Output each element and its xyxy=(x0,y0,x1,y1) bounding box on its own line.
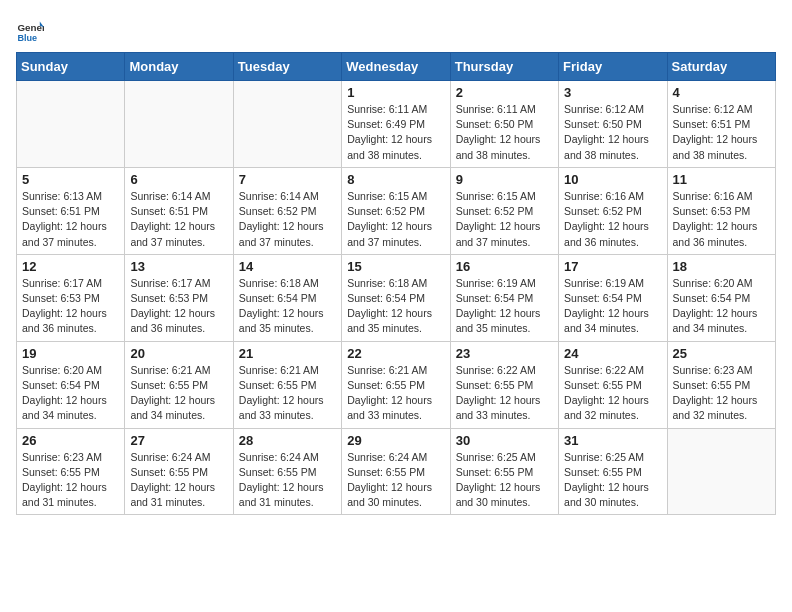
day-info: Sunrise: 6:19 AM Sunset: 6:54 PM Dayligh… xyxy=(564,276,661,337)
calendar-cell: 15Sunrise: 6:18 AM Sunset: 6:54 PM Dayli… xyxy=(342,254,450,341)
day-number: 21 xyxy=(239,346,336,361)
day-info: Sunrise: 6:11 AM Sunset: 6:50 PM Dayligh… xyxy=(456,102,553,163)
calendar-cell: 25Sunrise: 6:23 AM Sunset: 6:55 PM Dayli… xyxy=(667,341,775,428)
day-info: Sunrise: 6:24 AM Sunset: 6:55 PM Dayligh… xyxy=(347,450,444,511)
day-info: Sunrise: 6:18 AM Sunset: 6:54 PM Dayligh… xyxy=(239,276,336,337)
day-number: 14 xyxy=(239,259,336,274)
calendar-cell xyxy=(233,81,341,168)
calendar-week-5: 26Sunrise: 6:23 AM Sunset: 6:55 PM Dayli… xyxy=(17,428,776,515)
day-info: Sunrise: 6:14 AM Sunset: 6:52 PM Dayligh… xyxy=(239,189,336,250)
weekday-tuesday: Tuesday xyxy=(233,53,341,81)
logo: General Blue xyxy=(16,16,44,44)
day-info: Sunrise: 6:25 AM Sunset: 6:55 PM Dayligh… xyxy=(456,450,553,511)
calendar-cell: 5Sunrise: 6:13 AM Sunset: 6:51 PM Daylig… xyxy=(17,167,125,254)
calendar-cell xyxy=(17,81,125,168)
calendar-cell: 18Sunrise: 6:20 AM Sunset: 6:54 PM Dayli… xyxy=(667,254,775,341)
calendar-cell: 27Sunrise: 6:24 AM Sunset: 6:55 PM Dayli… xyxy=(125,428,233,515)
weekday-sunday: Sunday xyxy=(17,53,125,81)
calendar-cell: 26Sunrise: 6:23 AM Sunset: 6:55 PM Dayli… xyxy=(17,428,125,515)
day-number: 12 xyxy=(22,259,119,274)
day-number: 31 xyxy=(564,433,661,448)
day-info: Sunrise: 6:21 AM Sunset: 6:55 PM Dayligh… xyxy=(130,363,227,424)
day-number: 10 xyxy=(564,172,661,187)
day-info: Sunrise: 6:17 AM Sunset: 6:53 PM Dayligh… xyxy=(130,276,227,337)
day-number: 30 xyxy=(456,433,553,448)
day-number: 16 xyxy=(456,259,553,274)
day-number: 3 xyxy=(564,85,661,100)
day-number: 9 xyxy=(456,172,553,187)
day-info: Sunrise: 6:14 AM Sunset: 6:51 PM Dayligh… xyxy=(130,189,227,250)
day-info: Sunrise: 6:21 AM Sunset: 6:55 PM Dayligh… xyxy=(347,363,444,424)
day-number: 23 xyxy=(456,346,553,361)
day-number: 5 xyxy=(22,172,119,187)
day-info: Sunrise: 6:17 AM Sunset: 6:53 PM Dayligh… xyxy=(22,276,119,337)
calendar-week-3: 12Sunrise: 6:17 AM Sunset: 6:53 PM Dayli… xyxy=(17,254,776,341)
calendar-cell: 9Sunrise: 6:15 AM Sunset: 6:52 PM Daylig… xyxy=(450,167,558,254)
calendar-cell: 3Sunrise: 6:12 AM Sunset: 6:50 PM Daylig… xyxy=(559,81,667,168)
calendar-week-2: 5Sunrise: 6:13 AM Sunset: 6:51 PM Daylig… xyxy=(17,167,776,254)
calendar-cell: 7Sunrise: 6:14 AM Sunset: 6:52 PM Daylig… xyxy=(233,167,341,254)
day-number: 7 xyxy=(239,172,336,187)
day-info: Sunrise: 6:12 AM Sunset: 6:50 PM Dayligh… xyxy=(564,102,661,163)
day-number: 11 xyxy=(673,172,770,187)
weekday-wednesday: Wednesday xyxy=(342,53,450,81)
day-number: 28 xyxy=(239,433,336,448)
calendar-cell: 16Sunrise: 6:19 AM Sunset: 6:54 PM Dayli… xyxy=(450,254,558,341)
day-info: Sunrise: 6:16 AM Sunset: 6:52 PM Dayligh… xyxy=(564,189,661,250)
day-number: 25 xyxy=(673,346,770,361)
calendar-cell: 28Sunrise: 6:24 AM Sunset: 6:55 PM Dayli… xyxy=(233,428,341,515)
calendar-cell: 2Sunrise: 6:11 AM Sunset: 6:50 PM Daylig… xyxy=(450,81,558,168)
calendar-cell: 8Sunrise: 6:15 AM Sunset: 6:52 PM Daylig… xyxy=(342,167,450,254)
day-number: 8 xyxy=(347,172,444,187)
calendar-cell: 11Sunrise: 6:16 AM Sunset: 6:53 PM Dayli… xyxy=(667,167,775,254)
calendar-cell: 29Sunrise: 6:24 AM Sunset: 6:55 PM Dayli… xyxy=(342,428,450,515)
calendar-table: SundayMondayTuesdayWednesdayThursdayFrid… xyxy=(16,52,776,515)
calendar-cell: 20Sunrise: 6:21 AM Sunset: 6:55 PM Dayli… xyxy=(125,341,233,428)
weekday-thursday: Thursday xyxy=(450,53,558,81)
day-number: 20 xyxy=(130,346,227,361)
calendar-cell: 23Sunrise: 6:22 AM Sunset: 6:55 PM Dayli… xyxy=(450,341,558,428)
day-number: 18 xyxy=(673,259,770,274)
calendar-cell: 12Sunrise: 6:17 AM Sunset: 6:53 PM Dayli… xyxy=(17,254,125,341)
day-info: Sunrise: 6:15 AM Sunset: 6:52 PM Dayligh… xyxy=(456,189,553,250)
day-info: Sunrise: 6:24 AM Sunset: 6:55 PM Dayligh… xyxy=(239,450,336,511)
weekday-saturday: Saturday xyxy=(667,53,775,81)
svg-text:Blue: Blue xyxy=(17,33,37,43)
day-info: Sunrise: 6:16 AM Sunset: 6:53 PM Dayligh… xyxy=(673,189,770,250)
calendar-cell xyxy=(125,81,233,168)
calendar-cell: 30Sunrise: 6:25 AM Sunset: 6:55 PM Dayli… xyxy=(450,428,558,515)
day-info: Sunrise: 6:22 AM Sunset: 6:55 PM Dayligh… xyxy=(456,363,553,424)
day-number: 6 xyxy=(130,172,227,187)
calendar-cell: 17Sunrise: 6:19 AM Sunset: 6:54 PM Dayli… xyxy=(559,254,667,341)
calendar-cell: 24Sunrise: 6:22 AM Sunset: 6:55 PM Dayli… xyxy=(559,341,667,428)
calendar-week-4: 19Sunrise: 6:20 AM Sunset: 6:54 PM Dayli… xyxy=(17,341,776,428)
calendar-cell: 10Sunrise: 6:16 AM Sunset: 6:52 PM Dayli… xyxy=(559,167,667,254)
day-number: 15 xyxy=(347,259,444,274)
calendar-cell: 31Sunrise: 6:25 AM Sunset: 6:55 PM Dayli… xyxy=(559,428,667,515)
calendar-week-1: 1Sunrise: 6:11 AM Sunset: 6:49 PM Daylig… xyxy=(17,81,776,168)
day-number: 19 xyxy=(22,346,119,361)
calendar-cell: 19Sunrise: 6:20 AM Sunset: 6:54 PM Dayli… xyxy=(17,341,125,428)
day-number: 17 xyxy=(564,259,661,274)
calendar-cell: 13Sunrise: 6:17 AM Sunset: 6:53 PM Dayli… xyxy=(125,254,233,341)
day-info: Sunrise: 6:12 AM Sunset: 6:51 PM Dayligh… xyxy=(673,102,770,163)
day-number: 24 xyxy=(564,346,661,361)
day-info: Sunrise: 6:15 AM Sunset: 6:52 PM Dayligh… xyxy=(347,189,444,250)
calendar-cell: 22Sunrise: 6:21 AM Sunset: 6:55 PM Dayli… xyxy=(342,341,450,428)
weekday-header-row: SundayMondayTuesdayWednesdayThursdayFrid… xyxy=(17,53,776,81)
calendar-cell: 21Sunrise: 6:21 AM Sunset: 6:55 PM Dayli… xyxy=(233,341,341,428)
day-number: 27 xyxy=(130,433,227,448)
day-info: Sunrise: 6:25 AM Sunset: 6:55 PM Dayligh… xyxy=(564,450,661,511)
calendar-cell: 4Sunrise: 6:12 AM Sunset: 6:51 PM Daylig… xyxy=(667,81,775,168)
day-number: 29 xyxy=(347,433,444,448)
weekday-friday: Friday xyxy=(559,53,667,81)
calendar-cell: 6Sunrise: 6:14 AM Sunset: 6:51 PM Daylig… xyxy=(125,167,233,254)
calendar-cell: 1Sunrise: 6:11 AM Sunset: 6:49 PM Daylig… xyxy=(342,81,450,168)
day-info: Sunrise: 6:23 AM Sunset: 6:55 PM Dayligh… xyxy=(673,363,770,424)
day-number: 26 xyxy=(22,433,119,448)
day-info: Sunrise: 6:19 AM Sunset: 6:54 PM Dayligh… xyxy=(456,276,553,337)
day-number: 1 xyxy=(347,85,444,100)
calendar-cell xyxy=(667,428,775,515)
weekday-monday: Monday xyxy=(125,53,233,81)
day-info: Sunrise: 6:23 AM Sunset: 6:55 PM Dayligh… xyxy=(22,450,119,511)
